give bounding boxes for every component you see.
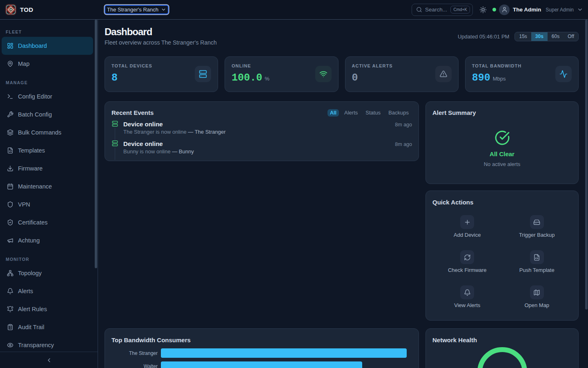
svg-text:100: 100: [491, 366, 513, 368]
